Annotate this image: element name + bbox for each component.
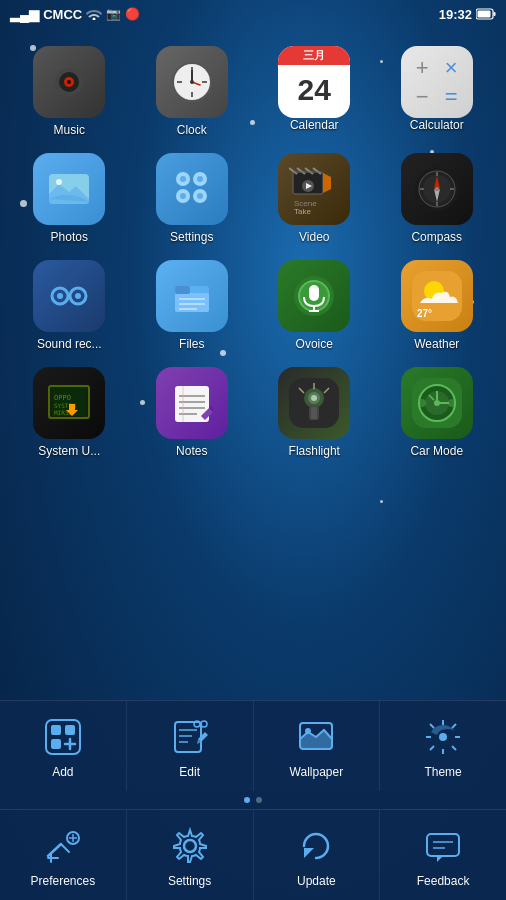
app-weather[interactable]: 27° Weather: [376, 252, 499, 359]
app-label-systemu: System U...: [38, 444, 100, 458]
app-icon-compass: [401, 153, 473, 225]
app-video[interactable]: Scene Take Video: [253, 145, 376, 252]
svg-line-115: [452, 724, 456, 728]
app-label-carmode: Car Mode: [410, 444, 463, 458]
svg-point-17: [56, 179, 62, 185]
app-icon-weather: 27°: [401, 260, 473, 332]
svg-point-107: [305, 728, 311, 734]
dock-row-1: Add Edit: [0, 700, 506, 791]
dock-row-2: Preferences Settings Update: [0, 809, 506, 900]
svg-point-124: [184, 840, 196, 852]
dock-add[interactable]: Add: [0, 701, 127, 791]
wifi-icon: [86, 8, 102, 20]
app-notes[interactable]: Notes: [131, 359, 254, 466]
dock-label-preferences: Preferences: [31, 874, 96, 888]
app-icon-clock: [156, 46, 228, 118]
app-icon-settings: [156, 153, 228, 225]
svg-marker-36: [323, 173, 331, 193]
svg-rect-59: [309, 285, 319, 301]
app-calendar[interactable]: 三月 24 Calendar: [253, 38, 376, 145]
svg-rect-1: [478, 11, 491, 18]
dock-wallpaper[interactable]: Wallpaper: [254, 701, 381, 791]
app-files[interactable]: Files: [131, 252, 254, 359]
svg-point-22: [180, 176, 186, 182]
dock-preferences[interactable]: Preferences: [0, 810, 127, 900]
status-left: ▂▄▆ CMCC 📷 🔴: [10, 7, 140, 22]
app-music[interactable]: Music: [8, 38, 131, 145]
svg-rect-96: [65, 725, 75, 735]
app-soundrec[interactable]: Sound rec...: [8, 252, 131, 359]
svg-point-50: [75, 293, 81, 299]
extra-icon: 🔴: [125, 7, 140, 21]
svg-rect-95: [51, 725, 61, 735]
time-display: 19:32: [439, 7, 472, 22]
app-icon-calendar: 三月 24: [278, 46, 350, 118]
carrier-name: CMCC: [43, 7, 82, 22]
svg-point-92: [418, 399, 426, 407]
svg-point-89: [434, 400, 440, 406]
svg-rect-94: [46, 720, 80, 754]
app-grid: Music Clock 三月 24 Calendar: [0, 28, 506, 476]
dock-edit[interactable]: Edit: [127, 701, 254, 791]
app-icon-files: [156, 260, 228, 332]
svg-point-24: [180, 193, 186, 199]
app-systemu[interactable]: OPPO SYSTEM MIR33 System U...: [8, 359, 131, 466]
app-photos[interactable]: Photos: [8, 145, 131, 252]
app-clock[interactable]: Clock: [131, 38, 254, 145]
app-icon-carmode: [401, 367, 473, 439]
app-label-settings: Settings: [170, 230, 213, 244]
app-icon-video: Scene Take: [278, 153, 350, 225]
dock-label-update: Update: [297, 874, 336, 888]
app-label-video: Video: [299, 230, 329, 244]
app-icon-flashlight: [278, 367, 350, 439]
bottom-dock: Add Edit: [0, 700, 506, 900]
dock-update[interactable]: Update: [254, 810, 381, 900]
app-label-notes: Notes: [176, 444, 207, 458]
dock-label-settings2: Settings: [168, 874, 211, 888]
app-label-files: Files: [179, 337, 204, 351]
calendar-month: 三月: [278, 46, 350, 65]
app-label-flashlight: Flashlight: [289, 444, 340, 458]
dock-feedback[interactable]: Feedback: [380, 810, 506, 900]
svg-point-6: [67, 80, 71, 84]
dock-settings[interactable]: Settings: [127, 810, 254, 900]
app-ovoice[interactable]: Ovoice: [253, 252, 376, 359]
status-bar: ▂▄▆ CMCC 📷 🔴 19:32: [0, 0, 506, 28]
app-label-calculator: Calculator: [410, 118, 464, 132]
svg-point-48: [57, 293, 63, 299]
dock-icon-wallpaper: [294, 715, 338, 759]
pagination: [0, 791, 506, 809]
svg-point-93: [448, 399, 456, 407]
app-label-clock: Clock: [177, 123, 207, 137]
svg-rect-126: [427, 834, 459, 856]
dock-label-edit: Edit: [179, 765, 200, 779]
dock-icon-add: [41, 715, 85, 759]
svg-text:27°: 27°: [417, 308, 432, 319]
svg-point-80: [311, 395, 317, 401]
svg-rect-53: [175, 286, 190, 294]
app-settings[interactable]: Settings: [131, 145, 254, 252]
svg-point-46: [435, 187, 439, 191]
app-icon-calculator: + × − =: [401, 46, 473, 118]
dock-label-wallpaper: Wallpaper: [290, 765, 344, 779]
app-carmode[interactable]: Car Mode: [376, 359, 499, 466]
app-icon-photos: [33, 153, 105, 225]
app-icon-ovoice: [278, 260, 350, 332]
dock-label-theme: Theme: [424, 765, 461, 779]
app-label-weather: Weather: [414, 337, 459, 351]
battery-icon: [476, 8, 496, 20]
app-icon-systemu: OPPO SYSTEM MIR33: [33, 367, 105, 439]
app-flashlight[interactable]: Flashlight: [253, 359, 376, 466]
dock-icon-theme: [421, 715, 465, 759]
svg-rect-2: [494, 12, 496, 16]
app-label-music: Music: [54, 123, 85, 137]
dock-theme[interactable]: Theme: [380, 701, 506, 791]
svg-text:OPPO: OPPO: [54, 394, 71, 402]
svg-text:Take: Take: [294, 207, 311, 214]
app-label-calendar: Calendar: [290, 118, 339, 132]
dock-icon-preferences: [41, 824, 85, 868]
app-compass[interactable]: Compass: [376, 145, 499, 252]
app-calculator[interactable]: + × − = Calculator: [376, 38, 499, 145]
app-icon-music: [33, 46, 105, 118]
svg-point-25: [197, 193, 203, 199]
